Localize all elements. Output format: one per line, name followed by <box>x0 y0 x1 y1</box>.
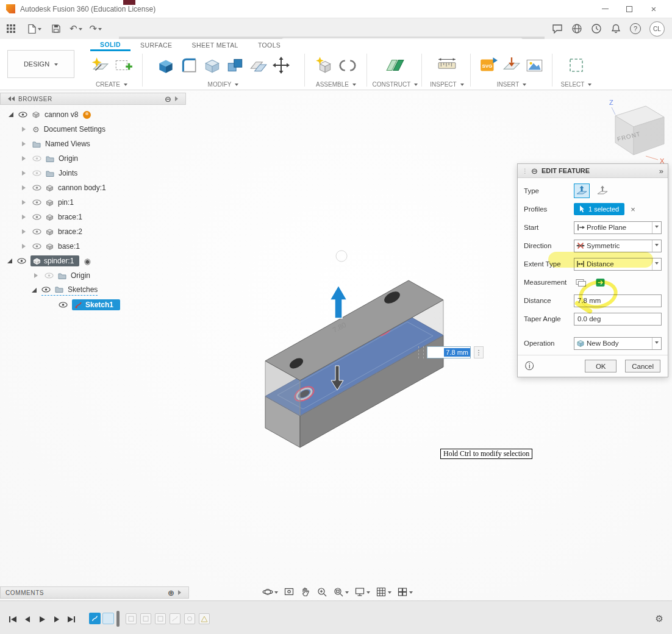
visibility-eye-off-icon[interactable] <box>45 272 54 279</box>
info-icon[interactable]: ⓘ <box>525 361 534 372</box>
select-group-label[interactable]: SELECT <box>561 79 592 89</box>
timeline-skip-start-button[interactable] <box>7 614 18 624</box>
close-button[interactable]: × <box>642 1 666 18</box>
new-component-button[interactable] <box>315 55 334 75</box>
timeline-feature-suppressed[interactable] <box>170 613 181 624</box>
tab-sheet-metal[interactable]: SHEET METAL <box>182 39 248 51</box>
inspect-group-label[interactable]: INSPECT <box>430 79 463 89</box>
measurement-half-length-button[interactable] <box>593 275 608 290</box>
zoom-button[interactable] <box>316 586 327 597</box>
selected-component-pill[interactable]: spinder:1 <box>30 255 79 266</box>
distance-input[interactable]: 7.8 mm <box>574 294 662 307</box>
tree-item-root[interactable]: cannon v8 <box>0 107 186 122</box>
fillet-button[interactable] <box>179 55 199 75</box>
maximize-button[interactable] <box>617 1 642 18</box>
visibility-eye-icon[interactable] <box>17 258 26 264</box>
tree-item-spinder-selected[interactable]: spinder:1 ◉ <box>0 254 186 268</box>
caret-expanded-icon[interactable] <box>7 258 12 263</box>
caret-collapsed-icon[interactable] <box>22 156 28 161</box>
taper-angle-input[interactable]: 0.0 deg <box>574 313 662 326</box>
undo-button[interactable]: ↶ <box>67 21 85 37</box>
workspace-switcher[interactable]: DESIGN <box>7 50 74 78</box>
shell-button[interactable] <box>202 55 222 75</box>
browser-minimize-icon[interactable]: ⊖ <box>165 95 171 103</box>
timeline-skip-end-button[interactable] <box>66 614 77 624</box>
insert-group-label[interactable]: INSERT <box>497 79 527 89</box>
save-button[interactable] <box>49 21 63 37</box>
display-settings-button[interactable] <box>354 586 370 597</box>
measure-button[interactable] <box>437 55 457 75</box>
tab-surface[interactable]: SURFACE <box>130 39 182 51</box>
modify-group-label[interactable]: MODIFY <box>208 79 239 89</box>
move-copy-button[interactable] <box>272 56 290 74</box>
combine-button[interactable] <box>226 55 245 75</box>
timeline-settings-gear-icon[interactable]: ⚙ <box>656 613 663 624</box>
extrude-up-arrow-manipulator[interactable] <box>330 285 347 318</box>
orbit-button[interactable] <box>262 586 278 597</box>
notifications-button[interactable] <box>610 23 621 34</box>
caret-collapsed-icon[interactable] <box>22 215 28 219</box>
help-button[interactable]: ? <box>630 23 641 34</box>
assemble-group-label[interactable]: ASSEMBLE <box>316 79 356 89</box>
minimize-button[interactable] <box>593 1 617 18</box>
insert-svg-button[interactable]: SVG <box>479 55 498 75</box>
timeline-feature-suppressed[interactable] <box>140 613 151 624</box>
caret-collapsed-icon[interactable] <box>22 244 28 249</box>
tab-solid[interactable]: SOLID <box>90 39 130 51</box>
tree-item-base[interactable]: base:1 <box>0 239 186 254</box>
insert-derive-button[interactable] <box>502 55 521 75</box>
timeline-play-button[interactable] <box>37 614 48 624</box>
tab-tools[interactable]: TOOLS <box>248 39 290 51</box>
insert-canvas-button[interactable] <box>525 55 545 75</box>
zoom-window-button[interactable] <box>333 586 349 597</box>
direction-dropdown[interactable]: Symmetric <box>574 240 662 252</box>
timeline-feature-warning[interactable] <box>199 613 210 624</box>
collapse-panel-icon[interactable] <box>5 96 15 101</box>
visibility-eye-icon[interactable] <box>32 229 41 235</box>
visibility-eye-icon[interactable] <box>41 287 51 293</box>
visibility-eye-icon[interactable] <box>18 112 27 118</box>
selected-sketch-pill[interactable]: Sketch1 <box>72 299 120 310</box>
visibility-eye-icon[interactable] <box>32 243 41 249</box>
create-form-button[interactable] <box>113 55 133 75</box>
add-comment-icon[interactable]: ⊕ <box>168 589 174 597</box>
visibility-eye-icon[interactable] <box>59 302 68 308</box>
drag-grip-icon[interactable] <box>418 346 424 358</box>
extensions-button[interactable] <box>571 23 582 34</box>
comments-button[interactable] <box>552 23 563 34</box>
start-dropdown[interactable]: Profile Plane <box>574 221 662 234</box>
extent-type-dropdown[interactable]: Distance <box>574 258 662 271</box>
comments-expand-icon[interactable] <box>178 590 184 595</box>
comments-header[interactable]: COMMENTS ⊕ <box>0 586 189 599</box>
file-menu-button[interactable] <box>24 21 44 37</box>
view-cube[interactable]: Z FRONT X <box>587 96 670 166</box>
browser-expand-icon[interactable] <box>175 96 181 101</box>
pan-button[interactable] <box>300 586 311 597</box>
viewports-button[interactable] <box>397 586 413 597</box>
visibility-eye-off-icon[interactable] <box>32 170 41 176</box>
visibility-eye-icon[interactable] <box>32 185 41 191</box>
tree-item-joints[interactable]: Joints <box>0 166 186 180</box>
joint-button[interactable] <box>338 55 357 75</box>
caret-collapsed-icon[interactable] <box>22 185 28 190</box>
tree-item-sketch1-selected[interactable]: Sketch1 <box>0 297 186 312</box>
browser-header[interactable]: BROWSER ⊖ <box>0 93 186 105</box>
offset-face-button[interactable] <box>249 55 268 75</box>
ok-button[interactable]: OK <box>585 360 617 372</box>
construct-plane-button[interactable] <box>385 55 406 75</box>
tree-item-document-settings[interactable]: ⚙ Document Settings <box>0 122 186 137</box>
tree-item-cannon-body[interactable]: cannon body:1 <box>0 180 186 195</box>
dialog-minimize-icon[interactable]: ⊖ <box>531 166 538 176</box>
timeline-position-marker[interactable] <box>116 611 120 627</box>
press-pull-button[interactable] <box>156 55 176 75</box>
dialog-grip-icon[interactable]: ⋮ <box>522 168 527 174</box>
create-group-label[interactable]: CREATE <box>96 79 127 89</box>
viewport-canvas[interactable]: BROWSER ⊖ cannon v8 ⚙ Document Settings <box>0 90 672 600</box>
cancel-button[interactable]: Cancel <box>625 360 660 372</box>
caret-collapsed-icon[interactable] <box>22 200 28 205</box>
extrude-type-thin-button[interactable] <box>595 183 610 198</box>
tree-item-origin-child[interactable]: Origin <box>0 268 186 283</box>
caret-collapsed-icon[interactable] <box>34 273 40 278</box>
timeline-feature-suppressed[interactable] <box>126 613 137 624</box>
user-avatar[interactable]: CL <box>649 21 665 37</box>
